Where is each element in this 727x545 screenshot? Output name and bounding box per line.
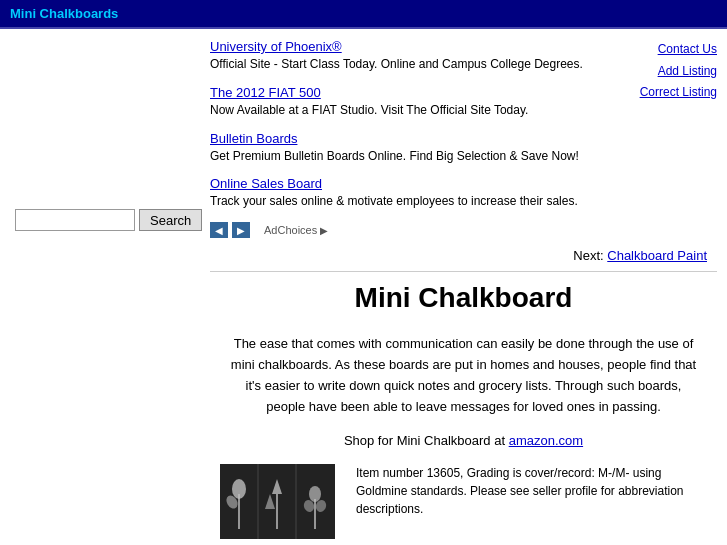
shop-link-row: Shop for Mini Chalkboard at amazon.com — [210, 433, 717, 448]
adchoices-icon: ▶ — [320, 225, 328, 236]
chalkboard-paint-link[interactable]: Chalkboard Paint — [607, 248, 707, 263]
ad-item: Online Sales Board Track your sales onli… — [210, 176, 587, 210]
center-content: University of Phoenix® Official Site - S… — [200, 39, 727, 545]
product-description: Item number 13605, Grading is cover/reco… — [356, 464, 707, 518]
page-title: Mini Chalkboard — [210, 282, 717, 314]
search-input[interactable] — [15, 209, 135, 231]
next-link-row: Next: Chalkboard Paint — [210, 248, 717, 263]
shop-text: Shop for Mini Chalkboard at — [344, 433, 505, 448]
add-listing-link[interactable]: Add Listing — [607, 61, 717, 83]
main-wrapper: Search University of Phoenix® Official S… — [0, 29, 727, 545]
ad-desc-1: Official Site - Start Class Today. Onlin… — [210, 56, 587, 73]
next-label: Next: — [573, 248, 603, 263]
ad-desc-2: Now Available at a FIAT Studio. Visit Th… — [210, 102, 587, 119]
search-form: Search — [15, 209, 202, 231]
left-sidebar: Search — [0, 39, 200, 545]
product-section: $18.00 more › Item number 13605, Grading… — [210, 464, 717, 545]
site-title-link[interactable]: Mini Chalkboards — [10, 6, 118, 21]
ad-title-1[interactable]: University of Phoenix® — [210, 39, 342, 54]
ad-desc-4: Track your sales online & motivate emplo… — [210, 193, 587, 210]
search-button[interactable]: Search — [139, 209, 202, 231]
amazon-link[interactable]: amazon.com — [509, 433, 583, 448]
ads-area: University of Phoenix® Official Site - S… — [210, 39, 717, 238]
ad-prev-button[interactable]: ◀ — [210, 222, 228, 238]
svg-point-9 — [309, 486, 321, 502]
ad-item: University of Phoenix® Official Site - S… — [210, 39, 587, 73]
correct-listing-link[interactable]: Correct Listing — [607, 82, 717, 104]
svg-marker-7 — [265, 494, 275, 509]
ad-item: Bulletin Boards Get Premium Bulletin Boa… — [210, 131, 587, 165]
svg-point-3 — [232, 479, 246, 499]
ad-navigation: ◀ ▶ AdChoices ▶ — [210, 222, 587, 238]
product-image — [220, 464, 335, 539]
ad-item: The 2012 FIAT 500 Now Available at a FIA… — [210, 85, 587, 119]
ad-title-3[interactable]: Bulletin Boards — [210, 131, 297, 146]
ad-next-button[interactable]: ▶ — [232, 222, 250, 238]
divider-top — [210, 271, 717, 272]
ad-listings: University of Phoenix® Official Site - S… — [210, 39, 607, 238]
contact-us-link[interactable]: Contact Us — [607, 39, 717, 61]
page-description: The ease that comes with communication c… — [210, 334, 717, 417]
ad-title-2[interactable]: The 2012 FIAT 500 — [210, 85, 321, 100]
adchoices-label: AdChoices ▶ — [264, 224, 328, 236]
ad-desc-3: Get Premium Bulletin Boards Online. Find… — [210, 148, 587, 165]
product-image-area: $18.00 more › — [220, 464, 340, 545]
ad-title-4[interactable]: Online Sales Board — [210, 176, 322, 191]
top-bar: Mini Chalkboards — [0, 0, 727, 29]
svg-marker-6 — [272, 479, 282, 494]
ad-side-links: Contact Us Add Listing Correct Listing — [607, 39, 717, 238]
